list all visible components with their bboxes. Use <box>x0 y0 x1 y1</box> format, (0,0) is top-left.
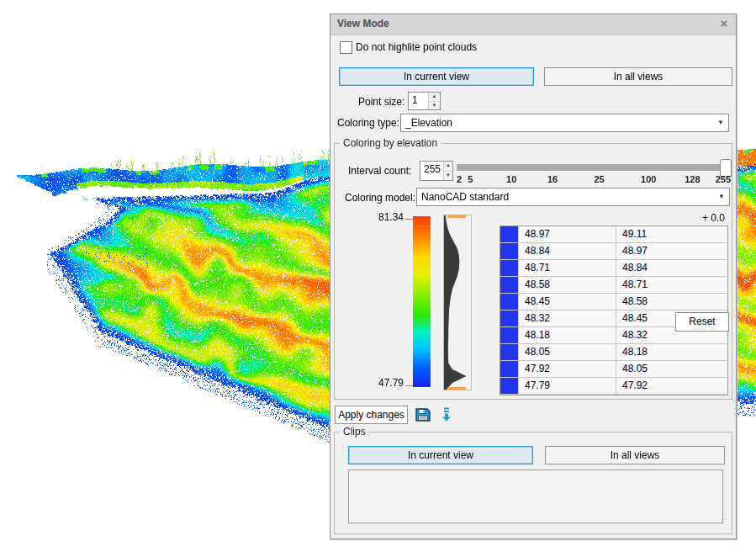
row-color-swatch[interactable] <box>500 243 519 260</box>
row-color-swatch[interactable] <box>500 277 519 294</box>
point-size-label: Point size: <box>358 96 404 108</box>
slider-tick-label: 100 <box>641 174 656 184</box>
row-value-from[interactable]: 48.18 <box>519 327 616 344</box>
clips-current-view-button[interactable]: In current view <box>348 446 533 464</box>
range-min-tick <box>405 385 413 386</box>
coloring-model-value: NanoCAD standard <box>417 191 509 203</box>
row-value-from[interactable]: 48.71 <box>519 260 616 277</box>
row-value-to[interactable]: 48.84 <box>616 260 727 277</box>
coloring-type-label: Coloring type: <box>337 117 399 129</box>
row-color-swatch[interactable] <box>500 344 519 361</box>
row-color-swatch[interactable] <box>500 327 519 344</box>
table-row: 47.9248.05 <box>500 361 727 378</box>
histogram-shape <box>444 215 471 390</box>
row-value-to[interactable]: 48.58 <box>616 294 727 310</box>
clips-group: Clips In current view In all views <box>334 432 732 534</box>
elevation-group-label: Coloring by elevation <box>340 137 441 149</box>
slider-tick-labels: 25101625100128255 <box>457 174 731 185</box>
slider-tick-label: 2 <box>457 174 462 184</box>
point-size-stepper[interactable]: 1 ▲ ▼ <box>408 92 441 110</box>
row-color-swatch[interactable] <box>500 361 519 378</box>
row-value-to[interactable]: 48.05 <box>616 361 727 378</box>
view-mode-dialog: View Mode × Do not highlite point clouds… <box>330 13 737 539</box>
dialog-title: View Mode <box>337 18 389 29</box>
spin-up-icon[interactable]: ▲ <box>429 93 440 102</box>
row-value-from[interactable]: 48.58 <box>519 277 616 294</box>
spin-down-icon[interactable]: ▼ <box>444 172 452 181</box>
chevron-down-icon: ▼ <box>718 188 725 205</box>
interval-count-label: Interval count: <box>348 165 411 177</box>
table-row: 47.7947.92 <box>500 378 727 395</box>
range-max-tick <box>405 219 413 220</box>
row-value-from[interactable]: 48.97 <box>519 226 616 243</box>
apply-changes-button[interactable]: Apply changes <box>335 406 408 424</box>
row-value-to[interactable]: 49.11 <box>616 226 727 243</box>
row-value-from[interactable]: 48.32 <box>519 310 616 327</box>
slider-tick-label: 5 <box>468 174 473 184</box>
slider-tick-label: 16 <box>547 174 558 184</box>
table-row: 48.5848.71 <box>500 277 727 294</box>
interval-slider-track[interactable] <box>457 164 731 171</box>
slider-tick-label: 128 <box>685 174 700 184</box>
chevron-down-icon: ▼ <box>717 114 724 131</box>
offset-label: + 0.0 <box>688 212 725 224</box>
highlight-checkbox-label: Do not highlite point clouds <box>356 41 477 53</box>
coloring-model-dropdown[interactable]: NanoCAD standard ▼ <box>416 188 730 206</box>
row-value-from[interactable]: 48.45 <box>519 294 616 310</box>
row-value-from[interactable]: 48.84 <box>519 243 616 260</box>
elevation-gradient-bar <box>413 216 431 387</box>
clips-group-label: Clips <box>340 426 369 438</box>
interval-count-value[interactable]: 255 <box>420 162 443 180</box>
scope-all-views-button[interactable]: In all views <box>544 67 732 86</box>
range-max-label: 81.34 <box>367 211 404 223</box>
slider-tick-label: 255 <box>716 174 731 184</box>
row-color-swatch[interactable] <box>500 378 519 395</box>
table-row: 48.7148.84 <box>500 260 727 277</box>
row-value-from[interactable]: 48.05 <box>519 344 616 361</box>
range-min-label: 47.79 <box>367 377 404 389</box>
row-value-to[interactable]: 48.71 <box>616 277 727 294</box>
coloring-type-dropdown[interactable]: _Elevation ▼ <box>400 114 729 132</box>
histogram-bottom-range-handle[interactable] <box>447 387 466 390</box>
interval-value-table: 48.9749.1148.8448.9748.7148.8448.5848.71… <box>500 226 728 395</box>
row-value-from[interactable]: 47.79 <box>519 378 616 395</box>
row-color-swatch[interactable] <box>500 294 519 310</box>
table-row: 48.9749.11 <box>500 226 727 243</box>
row-value-from[interactable]: 47.92 <box>519 361 616 378</box>
clips-all-views-button[interactable]: In all views <box>545 446 725 464</box>
slider-tick-label: 25 <box>594 174 604 184</box>
row-color-swatch[interactable] <box>500 226 519 243</box>
close-icon[interactable]: × <box>717 17 731 30</box>
table-row: 48.4548.58 <box>500 294 727 310</box>
coloring-type-value: _Elevation <box>401 117 452 129</box>
scope-current-view-button[interactable]: In current view <box>339 67 534 86</box>
point-size-value[interactable]: 1 <box>409 93 428 109</box>
highlight-checkbox[interactable] <box>340 41 352 54</box>
reset-button[interactable]: Reset <box>675 312 729 332</box>
spin-down-icon[interactable]: ▼ <box>429 102 440 110</box>
spin-up-icon[interactable]: ▲ <box>444 162 452 172</box>
row-color-swatch[interactable] <box>500 310 519 327</box>
row-value-to[interactable]: 47.92 <box>616 378 727 395</box>
row-color-swatch[interactable] <box>500 260 519 277</box>
table-row: 48.0548.18 <box>500 344 727 361</box>
coloring-by-elevation-group: Coloring by elevation Interval count: 25… <box>334 143 732 400</box>
save-icon[interactable] <box>415 406 431 423</box>
dialog-titlebar[interactable]: View Mode × <box>330 14 736 35</box>
table-row: 48.8448.97 <box>500 243 727 260</box>
interval-count-stepper[interactable]: 255 ▲ ▼ <box>420 161 453 181</box>
download-arrow-icon[interactable] <box>438 406 455 423</box>
clips-list[interactable] <box>348 470 723 523</box>
elevation-histogram <box>443 215 472 390</box>
row-value-to[interactable]: 48.97 <box>616 243 727 260</box>
histogram-top-range-handle[interactable] <box>447 215 466 218</box>
coloring-model-label: Coloring model: <box>345 192 415 204</box>
row-value-to[interactable]: 48.18 <box>616 344 727 361</box>
slider-tick-label: 10 <box>506 174 516 184</box>
application-root: { "window": { "title": "View Mode", "clo… <box>0 0 756 552</box>
